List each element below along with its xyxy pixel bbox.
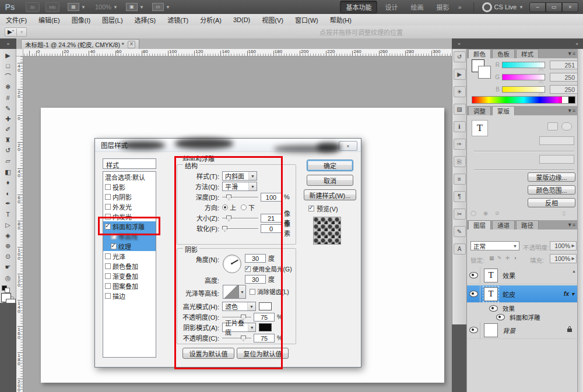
collapse-fx-icon[interactable]: ▾ [571, 291, 574, 297]
highlight-mode-select[interactable]: 滤色▼ [222, 302, 256, 311]
menu-9[interactable]: 窗口(W) [289, 13, 324, 26]
info-panel-icon[interactable]: ℹ [454, 121, 466, 132]
channel-slider-thumb[interactable] [539, 92, 543, 96]
healing-brush-tool[interactable]: ✚ [2, 114, 15, 124]
delete-mask-icon[interactable]: ▯ [562, 210, 565, 216]
toolbar-collapse-button[interactable]: » [0, 38, 16, 49]
panels-collapse-button[interactable]: « [466, 38, 583, 49]
document-tab[interactable]: 未标题-1 @ 24.2% (蛇皮, CMYK/8) * × [21, 39, 139, 49]
rotate-view-tool[interactable]: ⊕ [2, 241, 15, 251]
preview-checkbox[interactable] [308, 206, 314, 211]
path-selection-tool[interactable]: ▷ [2, 220, 15, 230]
workspace-overflow-button[interactable]: » [454, 3, 465, 10]
style-checkbox[interactable] [105, 263, 111, 269]
mini-bridge-icon[interactable]: Mb [45, 2, 59, 12]
style-checkbox[interactable] [105, 283, 111, 289]
style-checkbox[interactable] [105, 253, 111, 259]
eyedropper-tool[interactable]: ✎ [2, 103, 15, 114]
tab-色板[interactable]: 色板 [492, 49, 515, 58]
layer-name[interactable]: 效果 [503, 271, 515, 280]
mask-view-icon[interactable]: ◉ [483, 210, 488, 216]
panel-group-edge[interactable] [577, 49, 583, 392]
background-color-swatch[interactable] [478, 66, 491, 79]
close-tab-icon[interactable]: × [128, 41, 135, 48]
panel-menu-icon[interactable]: ▼≡ [567, 51, 575, 56]
tool-presets-panel-icon[interactable]: ✂ [454, 209, 466, 220]
workspace-button[interactable]: 绘画 [405, 1, 429, 13]
angle-dial[interactable] [223, 255, 241, 273]
soften-value[interactable]: 0 [261, 224, 282, 233]
technique-select[interactable]: 平滑▼ [222, 182, 257, 191]
layer-row[interactable]: T效果 [467, 267, 578, 284]
close-window-button[interactable]: × [562, 2, 578, 12]
layer-thumbnail[interactable]: T [484, 287, 498, 301]
fill-value[interactable]: 100%▶ [550, 254, 577, 263]
lock-all-icon[interactable]: ◖ [514, 255, 517, 261]
add-pixel-mask-icon[interactable] [547, 122, 558, 130]
dodge-tool[interactable]: ◐ [2, 188, 15, 198]
style-checkbox[interactable] [105, 214, 111, 220]
brushes-panel-icon[interactable]: ✑ [454, 139, 466, 150]
layer-row[interactable]: 斜面和浮雕 [467, 313, 578, 322]
actions-panel-icon[interactable]: ▶ [454, 69, 466, 80]
gloss-contour-picker-arrow[interactable]: ▼ [239, 285, 246, 299]
adjustments-panel-icon[interactable]: ☀ [454, 86, 466, 97]
visibility-eye-icon[interactable] [469, 291, 478, 297]
screen-mode-menu[interactable]: ▭▼ [152, 3, 170, 11]
style-checkbox[interactable] [105, 194, 111, 200]
menu-6[interactable]: 分析(A) [194, 13, 227, 26]
style-list-item[interactable]: 混合选项:默认 [103, 172, 156, 182]
visibility-eye-icon[interactable] [496, 314, 505, 320]
shadow-mode-select[interactable]: 正片叠底▼ [222, 323, 256, 332]
clone-stamp-tool[interactable]: ♜ [2, 135, 15, 146]
gradient-tool[interactable]: ◧ [2, 167, 15, 177]
depth-slider[interactable] [222, 193, 258, 200]
layer-row[interactable]: T蛇皮fx▾ [467, 285, 578, 303]
bridge-icon[interactable]: Br [26, 2, 40, 12]
arrange-documents-menu[interactable]: ▣▼ [126, 3, 144, 11]
direction-up-radio[interactable] [222, 204, 228, 210]
style-list-item[interactable]: 内阴影 [103, 192, 156, 202]
style-list-item[interactable]: 描边 [103, 291, 156, 301]
style-list-item[interactable]: 图案叠加 [103, 281, 156, 291]
blend-mode-select[interactable]: 正常▼ [470, 241, 519, 250]
shadow-color-swatch[interactable] [259, 323, 272, 331]
lock-position-icon[interactable]: ✛ [505, 255, 510, 261]
dock-collapse-button[interactable]: « [452, 38, 466, 49]
layer-row[interactable]: 效果 [467, 304, 578, 313]
tab-蒙版[interactable]: 蒙版 [492, 106, 515, 115]
style-checkbox[interactable] [105, 293, 111, 299]
angle-value[interactable]: 30 [245, 254, 266, 263]
fx-badge[interactable]: fx▾ [564, 291, 574, 297]
layer-row[interactable]: 背景 [467, 322, 578, 339]
opacity-value[interactable]: 100%▶ [550, 241, 577, 250]
reset-to-default-button[interactable]: 复位为默认值 [237, 348, 289, 359]
cs-live-menu[interactable]: CS Live ▼ [473, 2, 524, 12]
menu-0[interactable]: 文件(F) [0, 13, 33, 26]
bevel-style-select[interactable]: 内斜面▼ [222, 171, 257, 181]
use-global-light-checkbox[interactable] [245, 266, 251, 272]
highlight-opacity-value[interactable]: 75 [254, 313, 275, 322]
crop-tool[interactable]: # [2, 93, 15, 103]
style-checkbox[interactable] [105, 224, 111, 229]
style-checkbox[interactable] [105, 184, 111, 190]
tab-调整[interactable]: 调整 [468, 106, 491, 115]
style-list-item[interactable]: 渐变叠加 [103, 271, 156, 281]
layer-comps-panel-icon[interactable]: ≡ [454, 174, 466, 185]
menu-7[interactable]: 3D(D) [227, 15, 256, 25]
style-list-item[interactable]: 颜色叠加 [103, 261, 156, 271]
layer-thumbnail[interactable]: T [484, 269, 498, 282]
new-style-button[interactable]: 新建样式(W)... [304, 189, 356, 200]
menu-2[interactable]: 图像(I) [66, 13, 96, 26]
channel-slider[interactable] [502, 74, 545, 80]
channel-value[interactable]: 250 [550, 85, 578, 94]
style-list-item[interactable]: 投影 [103, 182, 156, 192]
panel-menu-icon[interactable]: ▼≡ [567, 108, 575, 114]
workspace-button[interactable]: 摄影 [431, 1, 454, 13]
restore-button[interactable]: ▭ [546, 2, 562, 12]
style-list-item[interactable]: 内发光 [103, 211, 156, 221]
tab-样式[interactable]: 样式 [516, 49, 539, 58]
menu-3[interactable]: 图层(L) [96, 13, 128, 26]
shadow-opacity-value[interactable]: 75 [254, 334, 275, 342]
workspace-button[interactable]: 设计 [380, 1, 403, 13]
